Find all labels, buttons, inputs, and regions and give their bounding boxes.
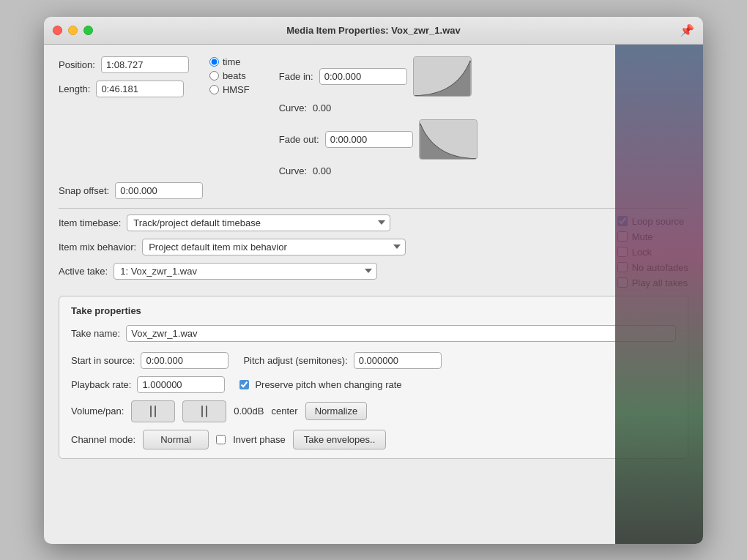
item-timebase-row: Item timebase: Track/project default tim… (59, 214, 603, 231)
minimize-button[interactable] (68, 26, 78, 35)
active-take-label: Active take: (59, 266, 108, 277)
fade-in-label: Fade in: (279, 71, 313, 82)
radio-hmsf-label: HMSF (223, 84, 250, 95)
take-name-label: Take name: (71, 328, 120, 339)
active-take-select[interactable]: 1: Vox_zwr_1.wav (114, 263, 377, 280)
playback-rate-input[interactable] (137, 376, 225, 393)
start-in-source-col: Start in source: (71, 352, 228, 369)
volume-section: Volume/pan: 0.00dB center Normalize (71, 400, 676, 422)
db-value: 0.00dB (234, 406, 264, 417)
preserve-pitch-col: Preserve pitch when changing rate (239, 379, 401, 390)
preserve-pitch-label: Preserve pitch when changing rate (255, 379, 401, 390)
preserve-pitch-checkbox[interactable] (239, 380, 249, 389)
pin-icon[interactable]: 📌 (680, 23, 694, 37)
knob-line-left (150, 406, 152, 417)
top-section: Position: Length: time beats (59, 56, 688, 176)
waveform-background (615, 45, 703, 544)
pan-knob-line-right (206, 406, 207, 417)
divider-1 (59, 208, 688, 209)
snap-offset-label: Snap offset: (59, 185, 109, 196)
fade-out-curve-label: Curve: (279, 165, 307, 176)
fade-out-curve-svg (420, 120, 477, 159)
playback-rate-col: Playback rate: (71, 376, 225, 393)
take-properties-title: Take properties (71, 305, 676, 316)
take-properties: Take properties Take name: Start in sour… (59, 296, 688, 459)
pan-knob[interactable] (182, 400, 226, 422)
start-in-source-input[interactable] (141, 352, 228, 369)
playback-rate-label: Playback rate: (71, 379, 131, 390)
volume-knob[interactable] (131, 400, 175, 422)
normalize-button[interactable]: Normalize (305, 402, 368, 420)
invert-phase-checkbox[interactable] (216, 435, 226, 444)
item-timebase-label: Item timebase: (59, 217, 121, 228)
item-mix-row: Item mix behavior: Project default item … (59, 239, 603, 255)
take-name-input[interactable] (126, 325, 676, 342)
radio-beats-label: beats (223, 70, 246, 81)
fade-out-label: Fade out: (279, 134, 319, 145)
main-window: Media Item Properties: Vox_zwr_1.wav 📌 P… (44, 17, 703, 544)
start-in-source-label: Start in source: (71, 355, 135, 366)
take-envelopes-button[interactable]: Take envelopes.. (293, 430, 387, 449)
pan-value: center (271, 406, 297, 417)
source-pitch-row: Start in source: Pitch adjust (semitones… (71, 352, 676, 369)
traffic-lights (53, 26, 93, 35)
item-timebase-select[interactable]: Track/project default timebase (127, 214, 390, 231)
length-row: Length: (59, 81, 189, 97)
fade-out-thumbnail (419, 119, 477, 160)
left-panel: Position: Length: (59, 56, 189, 176)
take-name-row: Take name: (71, 325, 676, 342)
channel-section: Channel mode: Normal Invert phase Take e… (71, 430, 676, 449)
main-content: Position: Length: time beats (44, 45, 703, 471)
normal-button[interactable]: Normal (143, 430, 209, 449)
radio-time-label: time (223, 56, 241, 67)
item-mix-label: Item mix behavior: (59, 242, 136, 253)
fade-out-curve-value: 0.00 (313, 165, 331, 176)
close-button[interactable] (53, 26, 62, 35)
selects-col: Item timebase: Track/project default tim… (59, 214, 603, 288)
position-row: Position: (59, 56, 189, 73)
radio-beats: beats (209, 70, 250, 81)
length-label: Length: (59, 83, 90, 94)
volume-pan-label: Volume/pan: (71, 406, 124, 417)
fade-in-curve-value: 0.00 (313, 102, 331, 113)
window-title: Media Item Properties: Vox_zwr_1.wav (286, 25, 460, 36)
radio-hmsf-input[interactable] (209, 85, 219, 94)
channel-mode-label: Channel mode: (71, 434, 135, 445)
rate-preserve-row: Playback rate: Preserve pitch when chang… (71, 376, 676, 393)
fade-in-thumbnail (413, 56, 472, 97)
pitch-input[interactable] (354, 352, 442, 369)
active-take-row: Active take: 1: Vox_zwr_1.wav (59, 263, 603, 280)
middle-section: Item timebase: Track/project default tim… (59, 214, 688, 288)
radio-beats-input[interactable] (209, 71, 219, 81)
fade-in-curve-label: Curve: (279, 102, 307, 113)
length-input[interactable] (96, 81, 184, 97)
radio-hmsf: HMSF (209, 84, 250, 95)
fade-in-input[interactable] (319, 68, 407, 85)
invert-phase-label: Invert phase (233, 434, 286, 445)
knob-line-right (155, 406, 156, 417)
radio-time: time (209, 56, 250, 67)
position-label: Position: (59, 59, 95, 70)
snap-offset-input[interactable] (115, 182, 203, 199)
snap-offset-row: Snap offset: (59, 182, 688, 199)
pitch-col: Pitch adjust (semitones): (243, 352, 441, 369)
item-mix-select[interactable]: Project default item mix behavior (142, 239, 406, 255)
fade-out-input[interactable] (325, 131, 413, 148)
timebase-radio-group: time beats HMSF (209, 56, 250, 176)
fade-in-curve-svg (414, 57, 471, 96)
pitch-label: Pitch adjust (semitones): (243, 355, 347, 366)
position-input[interactable] (101, 56, 189, 73)
pan-knob-line-left (201, 406, 203, 417)
maximize-button[interactable] (83, 26, 93, 35)
radio-time-input[interactable] (209, 57, 219, 67)
title-bar: Media Item Properties: Vox_zwr_1.wav 📌 (44, 17, 703, 45)
